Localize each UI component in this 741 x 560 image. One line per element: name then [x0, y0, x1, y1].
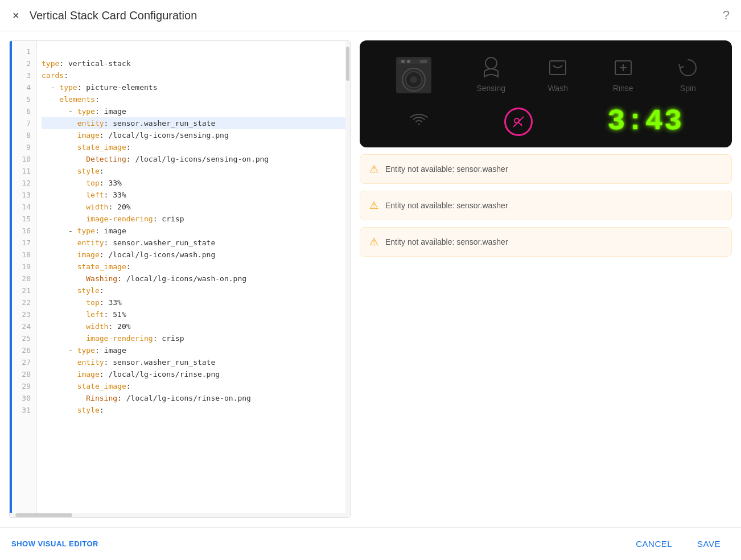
cancel-button[interactable]: CANCEL	[627, 536, 681, 552]
header-left: × Vertical Stack Card Configuration	[11, 9, 197, 22]
warning-text-2: Entity not available: sensor.washer	[385, 201, 508, 210]
save-button[interactable]: SAVE	[688, 536, 730, 552]
warning-icon-1: ⚠	[369, 163, 378, 175]
preview-panel: Sensing Wash Rinse	[360, 40, 732, 518]
dialog-footer: SHOW VISUAL EDITOR CANCEL SAVE	[0, 527, 741, 560]
code-line	[42, 46, 350, 57]
wash-label: Wash	[548, 84, 568, 93]
svg-point-8	[485, 57, 497, 69]
sensing-icon	[479, 55, 504, 80]
code-line: Washing: /local/lg-icons/wash-on.png	[42, 273, 350, 285]
code-line: top: 33%	[42, 297, 350, 308]
line-numbers: 1234567891011121314151617181920212223242…	[12, 41, 37, 517]
code-line: entity: sensor.washer_run_state	[42, 356, 350, 368]
code-line: state_image:	[42, 380, 350, 392]
code-editor[interactable]: 1234567891011121314151617181920212223242…	[10, 41, 350, 517]
code-editor-panel: 1234567891011121314151617181920212223242…	[9, 40, 351, 518]
svg-point-6	[407, 60, 410, 63]
code-line: left: 51%	[42, 308, 350, 320]
warning-icon-3: ⚠	[369, 236, 378, 248]
code-line: image-rendering: crisp	[42, 213, 350, 225]
code-line: left: 33%	[42, 189, 350, 201]
washer-machine	[391, 50, 437, 98]
sensing-label: Sensing	[476, 84, 505, 93]
code-line: top: 33%	[42, 177, 350, 189]
washer-top-row: Sensing Wash Rinse	[371, 50, 721, 98]
warning-text-1: Entity not available: sensor.washer	[385, 164, 508, 174]
code-line: width: 20%	[42, 320, 350, 332]
code-line: - type: image	[42, 344, 350, 356]
code-line: image-rendering: crisp	[42, 332, 350, 344]
washer-step-wash: Wash	[545, 55, 570, 93]
code-line: entity: sensor.washer_run_state	[42, 117, 350, 129]
timer-display: 3:43	[607, 105, 683, 138]
code-line: state_image:	[42, 261, 350, 273]
rinse-icon	[611, 55, 636, 80]
code-line: image: /local/lg-icons/rinse.png	[42, 368, 350, 380]
code-line: state_image:	[42, 141, 350, 153]
code-line: cards:	[42, 69, 350, 81]
show-visual-editor-button[interactable]: SHOW VISUAL EDITOR	[11, 540, 98, 548]
washer-card: Sensing Wash Rinse	[360, 40, 732, 147]
dialog-header: × Vertical Stack Card Configuration ?	[0, 0, 741, 31]
code-content[interactable]: type: vertical-stackcards: - type: pictu…	[37, 41, 350, 517]
spin-label: Spin	[680, 84, 696, 93]
warning-text-3: Entity not available: sensor.washer	[385, 237, 508, 246]
main-content: 1234567891011121314151617181920212223242…	[0, 31, 741, 527]
horizontal-scrollbar[interactable]	[10, 513, 345, 517]
washer-step-sensing: Sensing	[476, 55, 505, 93]
code-line: type: vertical-stack	[42, 57, 350, 69]
close-button[interactable]: ×	[11, 9, 20, 22]
washer-step-rinse: Rinse	[611, 55, 636, 93]
code-line: Detecting: /local/lg-icons/sensing-on.pn…	[42, 153, 350, 165]
code-line: Rinsing: /local/lg-icons/rinse-on.png	[42, 392, 350, 404]
warning-card-3: ⚠ Entity not available: sensor.washer	[360, 227, 732, 257]
warning-card-2: ⚠ Entity not available: sensor.washer	[360, 191, 732, 220]
code-line: entity: sensor.washer_run_state	[42, 237, 350, 249]
code-line: - type: image	[42, 225, 350, 237]
wash-icon	[545, 55, 570, 80]
code-line: style:	[42, 285, 350, 297]
warning-card-1: ⚠ Entity not available: sensor.washer	[360, 154, 732, 184]
vertical-scrollbar[interactable]	[345, 41, 350, 517]
horizontal-scrollbar-thumb[interactable]	[15, 513, 72, 517]
svg-rect-7	[420, 60, 427, 63]
svg-line-13	[520, 124, 522, 125]
code-line: image: /local/lg-icons/sensing.png	[42, 129, 350, 141]
spin-icon	[676, 55, 701, 80]
warning-icon-2: ⚠	[369, 199, 378, 212]
help-button[interactable]: ?	[723, 8, 730, 23]
no-key-icon	[504, 108, 533, 136]
code-line: width: 20%	[42, 201, 350, 213]
code-line: elements:	[42, 93, 350, 105]
code-line: style:	[42, 404, 350, 416]
washer-step-spin: Spin	[676, 55, 701, 93]
wifi-icon	[409, 112, 429, 131]
dialog-title: Vertical Stack Card Configuration	[30, 9, 197, 22]
vertical-scrollbar-thumb[interactable]	[346, 47, 349, 81]
footer-actions: CANCEL SAVE	[627, 536, 730, 552]
svg-point-4	[410, 76, 417, 83]
code-line: - type: picture-elements	[42, 81, 350, 93]
rinse-label: Rinse	[613, 84, 633, 93]
svg-point-5	[401, 60, 405, 63]
code-line: style:	[42, 165, 350, 177]
code-line: image: /local/lg-icons/wash.png	[42, 249, 350, 261]
washer-timer: 3:43	[607, 105, 683, 138]
washer-bottom-row: 3:43	[371, 105, 721, 138]
washer-machine-icon	[394, 52, 434, 95]
code-line: - type: image	[42, 105, 350, 117]
